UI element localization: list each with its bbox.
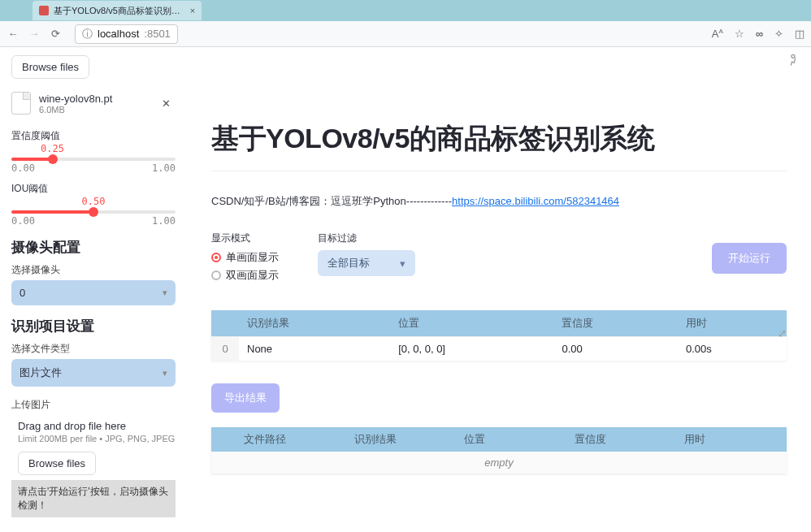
run-button[interactable]: 开始运行 (712, 243, 787, 274)
favorite-icon[interactable]: ☆ (735, 28, 744, 40)
back-icon[interactable]: ← (7, 28, 20, 40)
conf-slider[interactable] (11, 158, 176, 161)
browser-tab-bar: 基于YOLOv8/v5商品标签识别… × (0, 0, 811, 21)
project-section-header: 识别项目设置 (11, 317, 176, 335)
fullscreen-icon[interactable]: ⤢ (778, 327, 787, 340)
display-mode-label: 显示模式 (211, 231, 279, 245)
uploaded-file-item: wine-yolov8n.pt 6.0MB ✕ (11, 92, 176, 115)
table-header (211, 310, 239, 337)
url-port: :8501 (144, 28, 171, 40)
camera-select-label: 选择摄像头 (11, 263, 176, 277)
browse-files-button[interactable]: Browse files (11, 55, 89, 79)
infinity-icon[interactable]: ∞ (756, 28, 763, 40)
iou-slider-label: IOU阈值 (11, 182, 176, 196)
chevron-down-icon: ▾ (163, 288, 167, 298)
target-filter-select[interactable]: 全部目标 ▾ (318, 250, 415, 276)
browser-tab[interactable]: 基于YOLOv8/v5商品标签识别… × (33, 1, 202, 20)
browser-nav-bar: ← → ⟳ ⓘ localhost:8501 AA ☆ ∞ ✧ ◫ (0, 21, 811, 47)
upload-sub: Limit 200MB per file • JPG, PNG, JPEG (18, 434, 176, 443)
address-bar[interactable]: ⓘ localhost:8501 (75, 24, 178, 44)
table-header: 识别结果 (346, 427, 457, 452)
forward-icon: → (28, 28, 41, 40)
table-header: 置信度 (566, 427, 677, 452)
conf-slider-value: 0.25 (41, 143, 64, 154)
radio-dot-on-icon (211, 253, 221, 262)
url-host: localhost (98, 28, 139, 40)
byline: CSDN/知乎/B站/博客园：逗逗班学Python-------------ht… (211, 194, 787, 209)
tab-close-icon[interactable]: × (190, 6, 195, 15)
table-header: 位置 (456, 427, 566, 452)
file-icon (11, 92, 31, 115)
divider (211, 171, 787, 171)
file-name: wine-yolov8n.pt (39, 93, 112, 105)
iou-max: 1.00 (152, 215, 176, 227)
radio-double[interactable]: 双画面显示 (211, 268, 279, 283)
filetype-label: 选择文件类型 (11, 342, 176, 356)
table-header (211, 427, 236, 452)
table-row: 0None[0, 0, 0, 0]0.000.00s (211, 337, 787, 361)
upload-label: 上传图片 (11, 398, 176, 412)
iou-slider-value: 0.50 (82, 196, 106, 207)
split-icon[interactable]: ◫ (795, 28, 804, 40)
chevron-down-icon: ▾ (163, 368, 167, 378)
table-header: 置信度 (553, 310, 678, 337)
table-header: 文件路径 (236, 427, 346, 452)
export-button[interactable]: 导出结果 (211, 383, 280, 413)
byline-link[interactable]: https://space.bilibili.com/582341464 (452, 195, 619, 207)
info-message: 请点击'开始运行'按钮，启动摄像头检测！ (11, 480, 176, 517)
text-size-icon[interactable]: AA (712, 28, 723, 40)
display-mode-group: 显示模式 单画面显示 双画面显示 (211, 231, 279, 286)
table-header: 用时 (678, 310, 787, 337)
tab-title: 基于YOLOv8/v5商品标签识别… (54, 5, 180, 17)
camera-section-header: 摄像头配置 (11, 238, 176, 257)
target-filter-label: 目标过滤 (318, 231, 415, 245)
extensions-icon[interactable]: ✧ (774, 28, 783, 40)
table-header: 用时 (676, 427, 787, 452)
browse-files-button-2[interactable]: Browse files (18, 452, 96, 475)
export-table: 文件路径识别结果位置置信度用时 empty (211, 427, 787, 474)
file-size: 6.0MB (39, 105, 112, 115)
filetype-value: 图片文件 (20, 365, 62, 380)
results-table: 识别结果位置置信度用时 0None[0, 0, 0, 0]0.000.00s (211, 310, 787, 361)
radio-dot-off-icon (211, 270, 221, 280)
page-title: 基于YOLOv8/v5的商品标签识别系统 (211, 120, 787, 158)
conf-slider-label: 置信度阈值 (11, 129, 176, 143)
camera-select[interactable]: 0 ▾ (11, 280, 176, 305)
target-filter-group: 目标过滤 全部目标 ▾ (318, 231, 415, 276)
byline-text: CSDN/知乎/B站/博客园：逗逗班学Python------------- (211, 195, 452, 207)
conf-max: 1.00 (152, 162, 176, 174)
upload-hint: Drag and drop file here (18, 420, 176, 432)
table-header: 识别结果 (239, 310, 390, 337)
filetype-select[interactable]: 图片文件 ▾ (11, 359, 176, 387)
main-content: 基于YOLOv8/v5的商品标签识别系统 CSDN/知乎/B站/博客园：逗逗班学… (187, 47, 811, 532)
conf-min: 0.00 (11, 162, 35, 174)
iou-min: 0.00 (11, 215, 35, 227)
chevron-down-icon: ▾ (400, 257, 406, 270)
radio-single[interactable]: 单画面显示 (211, 250, 279, 265)
info-icon: ⓘ (82, 27, 93, 41)
tab-favicon-icon (39, 6, 49, 15)
table-header: 位置 (390, 310, 553, 337)
iou-slider[interactable] (11, 210, 176, 214)
sidebar: Browse files wine-yolov8n.pt 6.0MB ✕ 置信度… (0, 47, 187, 532)
remove-file-icon[interactable]: ✕ (162, 97, 171, 110)
export-table-empty: empty (211, 452, 787, 474)
target-filter-value: 全部目标 (327, 256, 370, 270)
refresh-icon[interactable]: ⟳ (49, 28, 62, 40)
upload-dropzone[interactable]: Drag and drop file here Limit 200MB per … (11, 415, 176, 475)
camera-select-value: 0 (20, 287, 25, 299)
